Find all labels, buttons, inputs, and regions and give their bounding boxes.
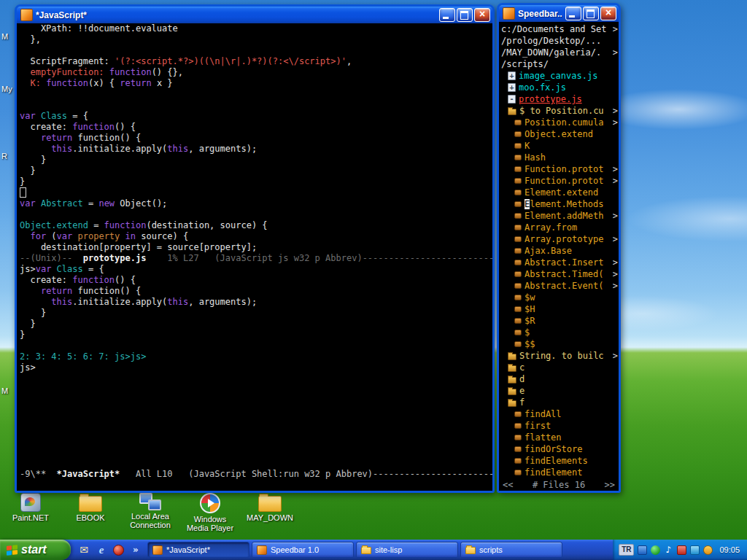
start-button[interactable]: start (0, 540, 71, 560)
minimize-button[interactable] (565, 7, 581, 20)
speedbar-item[interactable]: c (499, 362, 619, 373)
tray-network-icon[interactable] (690, 545, 700, 555)
speedbar-content[interactable]: c:/Documents and Set>/prolog/Desktop/...… (499, 22, 619, 491)
prototype-buffer[interactable]: XPath: !!document.evaluate }, ScriptFrag… (20, 23, 492, 253)
speedbar-item[interactable]: Function.protot> (499, 163, 619, 175)
minimize-button[interactable] (439, 8, 455, 22)
tray-security-icon[interactable] (703, 545, 713, 555)
maximize-button[interactable] (583, 7, 599, 20)
tray-display-icon[interactable] (638, 545, 647, 555)
speedbar-item[interactable]: $H (499, 303, 619, 315)
tag-icon[interactable] (514, 411, 522, 417)
tray-camera-icon[interactable] (677, 545, 686, 555)
speedbar-item[interactable]: Abstract.Timed(> (499, 268, 619, 280)
speedbar-item[interactable]: findElement (499, 467, 619, 478)
desktop-icon-label-fragment[interactable]: R (1, 152, 7, 160)
speedbar-item[interactable]: findAll (499, 408, 619, 420)
speedbar-item[interactable]: /MAY_DOWN/galeria/.> (499, 47, 619, 58)
desktop-icon-ebook[interactable]: EBOOK (64, 493, 117, 532)
speedbar-item[interactable]: d (499, 373, 619, 385)
speedbar-item[interactable]: $ to Position.cu> (499, 105, 619, 117)
tag-icon[interactable] (514, 458, 522, 464)
speedbar-item[interactable]: $ (499, 327, 619, 338)
speedbar-item[interactable]: first (499, 420, 619, 432)
language-indicator[interactable]: TR (619, 544, 634, 556)
tag-icon[interactable] (514, 330, 522, 335)
media-app-icon[interactable] (113, 545, 124, 556)
taskbar-button-speedbar-1-0[interactable]: Speedbar 1.0 (252, 542, 354, 558)
desktop-icon-label-fragment[interactable]: M (1, 386, 8, 395)
tray-messenger-icon[interactable] (651, 545, 660, 555)
desktop-icon-windows-media-player[interactable]: Windows Media Player (184, 493, 236, 532)
speedbar-item[interactable]: +image_canvas.js (499, 70, 619, 82)
speedbar-item[interactable]: $R (499, 315, 619, 327)
speedbar-item[interactable]: findOrStore (499, 443, 619, 455)
file-expand-icon[interactable]: + (508, 71, 516, 80)
speedbar-item[interactable]: Element.Methods (499, 198, 619, 210)
speedbar-next-button[interactable]: >> (605, 479, 615, 491)
internet-explorer-icon[interactable] (96, 544, 107, 556)
speedbar-item[interactable]: /scripts/ (499, 58, 619, 70)
desktop-icon-label-fragment[interactable]: My (1, 85, 12, 93)
tag-group-icon[interactable] (508, 354, 516, 360)
desktop-icon-local-area-connection[interactable]: Local Area Connection (124, 493, 177, 532)
mail-icon[interactable] (78, 544, 90, 556)
tag-icon[interactable] (514, 166, 522, 172)
close-button[interactable] (600, 7, 616, 20)
desktop-icon-may-down[interactable]: MAY_DOWN (244, 493, 296, 532)
tray-volume-icon[interactable] (664, 545, 673, 555)
tag-icon[interactable] (514, 120, 522, 125)
tag-icon[interactable] (514, 470, 522, 475)
tag-icon[interactable] (514, 283, 522, 289)
tag-group-icon[interactable] (508, 389, 516, 395)
speedbar-prev-button[interactable]: << (503, 479, 513, 491)
file-expand-icon[interactable]: + (508, 83, 516, 92)
speedbar-item[interactable]: Abstract.Insert> (499, 257, 619, 268)
tag-icon[interactable] (514, 271, 522, 277)
taskbar-button-site-lisp[interactable]: site-lisp (356, 542, 458, 558)
speedbar-item[interactable]: Function.protot> (499, 175, 619, 187)
tag-icon[interactable] (514, 341, 522, 347)
file-collapse-icon[interactable]: - (508, 95, 516, 104)
speedbar-item[interactable]: Array.prototype> (499, 233, 619, 245)
taskbar-button-javascript[interactable]: *JavaScript* (147, 542, 249, 558)
tag-icon[interactable] (514, 435, 522, 440)
speedbar-item[interactable]: e (499, 385, 619, 397)
tag-group-icon[interactable] (508, 365, 516, 372)
tag-icon[interactable] (514, 295, 522, 300)
taskbar-button-scripts[interactable]: scripts (460, 542, 562, 558)
speedbar-item[interactable]: f (499, 397, 619, 408)
speedbar-item[interactable]: $w (499, 292, 619, 303)
speedbar-item[interactable]: +moo.fx.js (499, 82, 619, 93)
speedbar-item[interactable]: Position.cumula> (499, 117, 619, 128)
tag-icon[interactable] (514, 236, 522, 242)
speedbar-item[interactable]: flatten (499, 432, 619, 443)
speedbar-file-tree[interactable]: c:/Documents and Set>/prolog/Desktop/...… (499, 23, 619, 478)
tag-icon[interactable] (514, 225, 522, 230)
tag-icon[interactable] (514, 260, 522, 265)
speedbar-item[interactable]: Array.from (499, 222, 619, 233)
speedbar-item[interactable]: Object.extend (499, 128, 619, 140)
emacs-buffer-area[interactable]: XPath: !!document.evaluate }, ScriptFrag… (17, 23, 492, 491)
javascript-shell-buffer[interactable]: js>var Class = { create: function() { re… (20, 264, 492, 373)
tag-icon[interactable] (514, 143, 522, 149)
speedbar-item[interactable]: Element.extend (499, 187, 619, 198)
tag-icon[interactable] (514, 178, 522, 184)
tag-icon[interactable] (514, 131, 522, 137)
speedbar-item[interactable]: Ajax.Base (499, 245, 619, 257)
speedbar-item[interactable]: K (499, 140, 619, 152)
maximize-button[interactable] (457, 8, 473, 22)
tag-icon[interactable] (514, 190, 522, 195)
tag-icon[interactable] (514, 248, 522, 254)
quicklaunch-overflow-chevron[interactable] (130, 544, 142, 556)
tag-icon[interactable] (514, 306, 522, 312)
speedbar-item[interactable]: $$ (499, 338, 619, 350)
emacs-titlebar[interactable]: *JavaScript* (17, 7, 492, 23)
speedbar-item[interactable]: Element.addMeth> (499, 210, 619, 222)
tag-group-icon[interactable] (508, 400, 516, 407)
speedbar-item[interactable]: -prototype.js (499, 93, 619, 105)
tag-icon[interactable] (514, 423, 522, 429)
speedbar-item[interactable]: Hash (499, 152, 619, 163)
tag-icon[interactable] (514, 213, 522, 219)
speedbar-titlebar[interactable]: Speedbar... (499, 5, 619, 22)
